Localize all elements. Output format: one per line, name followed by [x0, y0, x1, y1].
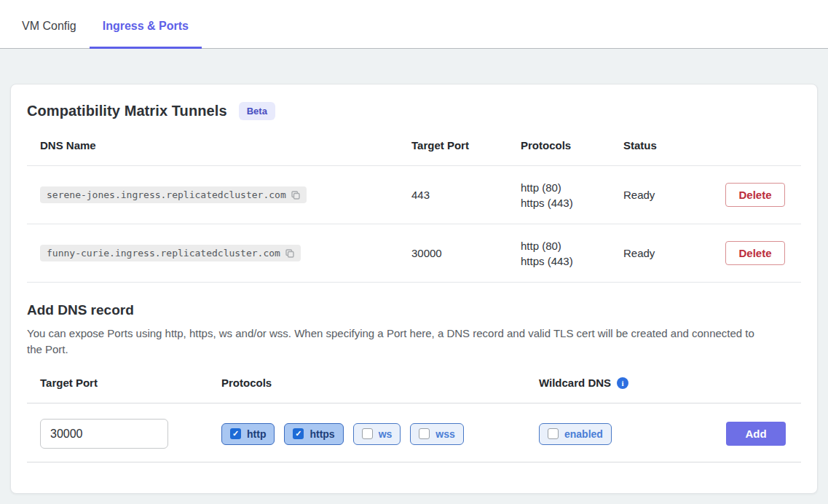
- target-port-cell: 30000: [411, 247, 521, 259]
- protocols-label: Protocols: [221, 377, 539, 389]
- tab-vm-config[interactable]: VM Config: [9, 1, 90, 49]
- protocol-checkbox-http[interactable]: ✓ http: [221, 423, 275, 445]
- checkbox-checked-icon: ✓: [293, 428, 304, 439]
- table-row: serene-jones.ingress.replicatedcluster.c…: [27, 166, 801, 224]
- table-header: DNS Name Target Port Protocols Status: [27, 139, 801, 166]
- add-dns-record-description: You can expose Ports using http, https, …: [27, 326, 762, 358]
- form-header: Target Port Protocols Wildcard DNS i: [27, 377, 801, 403]
- page-content: Compatibility Matrix Tunnels Beta DNS Na…: [0, 49, 828, 504]
- protocols-cell: http (80) https (443): [521, 180, 623, 210]
- protocol-line: https (443): [521, 253, 623, 269]
- status-cell: Ready: [623, 189, 725, 201]
- col-header-dns-name: DNS Name: [27, 139, 411, 151]
- wildcard-enabled-checkbox[interactable]: enabled: [539, 423, 612, 445]
- add-dns-form-row: ✓ http ✓ https ws wss: [27, 403, 801, 462]
- table-row: funny-curie.ingress.replicatedcluster.co…: [27, 224, 801, 283]
- add-button[interactable]: Add: [726, 422, 786, 446]
- copy-icon[interactable]: [291, 190, 301, 200]
- wildcard-dns-label: Wildcard DNS: [539, 377, 611, 389]
- tab-ingress-ports[interactable]: Ingress & Ports: [90, 1, 202, 49]
- checkbox-unchecked-icon: [362, 428, 373, 439]
- tunnels-card: Compatibility Matrix Tunnels Beta DNS Na…: [10, 84, 818, 494]
- tab-bar: VM Config Ingress & Ports: [0, 0, 828, 49]
- beta-badge: Beta: [239, 102, 275, 120]
- dns-name-pill: funny-curie.ingress.replicatedcluster.co…: [40, 245, 301, 261]
- protocol-checkbox-label: ws: [379, 428, 393, 440]
- col-header-status: Status: [623, 139, 725, 151]
- target-port-label: Target Port: [27, 377, 221, 389]
- protocol-line: https (443): [521, 195, 623, 210]
- protocol-checkbox-ws[interactable]: ws: [353, 423, 401, 445]
- col-header-target-port: Target Port: [411, 139, 521, 151]
- protocol-checkbox-label: http: [247, 428, 266, 440]
- target-port-input[interactable]: [40, 419, 168, 449]
- copy-icon[interactable]: [285, 248, 295, 259]
- protocol-checkbox-label: wss: [435, 428, 454, 440]
- protocol-checkbox-group: ✓ http ✓ https ws wss: [221, 423, 539, 445]
- dns-name-text: serene-jones.ingress.replicatedcluster.c…: [47, 189, 286, 200]
- add-dns-record-title: Add DNS record: [27, 302, 801, 318]
- col-header-protocols: Protocols: [521, 139, 623, 151]
- protocol-line: http (80): [521, 238, 623, 253]
- checkbox-unchecked-icon: [548, 428, 559, 439]
- dns-name-pill: serene-jones.ingress.replicatedcluster.c…: [40, 186, 307, 203]
- protocol-checkbox-label: https: [309, 428, 334, 440]
- checkbox-checked-icon: ✓: [230, 428, 241, 439]
- delete-button[interactable]: Delete: [725, 241, 785, 265]
- protocol-checkbox-wss[interactable]: wss: [410, 423, 463, 445]
- dns-name-text: funny-curie.ingress.replicatedcluster.co…: [47, 248, 280, 259]
- page-title: Compatibility Matrix Tunnels: [27, 103, 227, 119]
- delete-button[interactable]: Delete: [725, 183, 785, 207]
- protocol-line: http (80): [521, 180, 623, 195]
- protocol-checkbox-https[interactable]: ✓ https: [284, 423, 343, 445]
- target-port-cell: 443: [411, 189, 521, 201]
- protocols-cell: http (80) https (443): [521, 238, 623, 269]
- wildcard-checkbox-label: enabled: [564, 428, 603, 440]
- info-icon[interactable]: i: [617, 377, 628, 389]
- checkbox-unchecked-icon: [419, 428, 430, 439]
- status-cell: Ready: [623, 247, 725, 259]
